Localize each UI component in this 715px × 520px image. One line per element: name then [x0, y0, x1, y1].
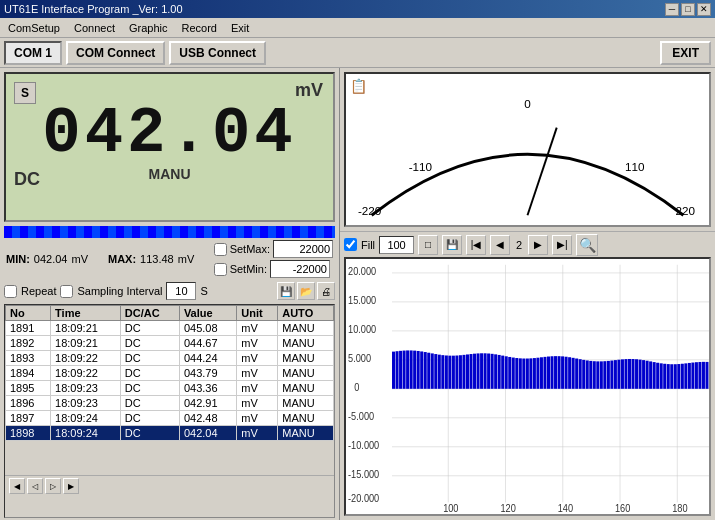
sampling-checkbox[interactable]: [60, 285, 73, 298]
svg-rect-66: [508, 357, 511, 389]
max-label: MAX:: [108, 253, 136, 265]
seconds-label: S: [200, 285, 207, 297]
svg-rect-105: [646, 361, 649, 389]
fill-checkbox[interactable]: [344, 238, 357, 251]
svg-text:-15.000: -15.000: [348, 469, 380, 481]
new-chart-btn[interactable]: □: [418, 235, 438, 255]
maximize-button[interactable]: □: [681, 3, 695, 16]
setmax-input[interactable]: [273, 240, 333, 258]
setmax-checkbox[interactable]: [214, 243, 227, 256]
svg-rect-85: [575, 359, 578, 389]
usb-connect-button[interactable]: USB Connect: [169, 41, 266, 65]
left-panel: S mV DC 042.04 MANU MIN: 042.04 mV MAX: …: [0, 68, 340, 520]
svg-rect-51: [455, 356, 458, 389]
svg-rect-121: [702, 362, 705, 389]
data-table-container: No Time DC/AC Value Unit AUTO 189118:09:…: [4, 304, 335, 518]
svg-rect-64: [501, 356, 504, 389]
unit-label: mV: [295, 80, 323, 101]
save-icon[interactable]: 💾: [277, 282, 295, 300]
svg-text:160: 160: [615, 502, 631, 514]
table-row[interactable]: 189618:09:23DC042.91mVMANU: [6, 396, 334, 411]
setmin-checkbox[interactable]: [214, 263, 227, 276]
page-number: 2: [514, 239, 524, 251]
svg-rect-65: [505, 356, 508, 389]
svg-rect-92: [600, 361, 603, 388]
data-table: No Time DC/AC Value Unit AUTO 189118:09:…: [5, 305, 334, 441]
chart-area: 20.000 15.000 10.000 5.000 0 -5.000 -10.…: [344, 257, 711, 516]
svg-rect-78: [551, 356, 554, 389]
minimize-button[interactable]: ─: [665, 3, 679, 16]
svg-text:-20.000: -20.000: [348, 493, 380, 505]
com-connect-button[interactable]: COM Connect: [66, 41, 165, 65]
fill-value-input[interactable]: [379, 236, 414, 254]
main-area: S mV DC 042.04 MANU MIN: 042.04 mV MAX: …: [0, 68, 715, 520]
svg-rect-57: [477, 353, 480, 388]
menu-exit[interactable]: Exit: [225, 21, 255, 35]
gauge-svg: -220 -110 0 110 220: [346, 74, 709, 225]
svg-text:110: 110: [625, 160, 645, 173]
menu-comsetup[interactable]: ComSetup: [2, 21, 66, 35]
col-dcac: DC/AC: [120, 306, 179, 321]
next-chart-btn[interactable]: ▶: [528, 235, 548, 255]
skip-start-btn[interactable]: |◀: [466, 235, 486, 255]
svg-rect-91: [596, 361, 599, 388]
menu-connect[interactable]: Connect: [68, 21, 121, 35]
svg-rect-118: [691, 363, 694, 389]
col-auto: AUTO: [278, 306, 334, 321]
table-row[interactable]: 189318:09:22DC044.24mVMANU: [6, 351, 334, 366]
menu-record[interactable]: Record: [176, 21, 223, 35]
skip-end-btn[interactable]: ▶|: [552, 235, 572, 255]
table-row[interactable]: 189518:09:23DC043.36mVMANU: [6, 381, 334, 396]
table-scroll[interactable]: No Time DC/AC Value Unit AUTO 189118:09:…: [5, 305, 334, 475]
svg-rect-95: [610, 361, 613, 389]
nav-next[interactable]: ▷: [45, 478, 61, 494]
repeat-checkbox[interactable]: [4, 285, 17, 298]
exit-button[interactable]: EXIT: [660, 41, 711, 65]
svg-rect-113: [674, 364, 677, 389]
svg-rect-119: [695, 362, 698, 389]
svg-rect-37: [406, 350, 409, 388]
svg-rect-54: [466, 354, 469, 388]
svg-rect-62: [494, 354, 497, 388]
menu-graphic[interactable]: Graphic: [123, 21, 174, 35]
nav-row: ◀ ◁ ▷ ▶: [5, 475, 334, 496]
nav-prev[interactable]: ◁: [27, 478, 43, 494]
svg-rect-59: [484, 353, 487, 389]
table-row[interactable]: 189418:09:22DC043.79mVMANU: [6, 366, 334, 381]
nav-first[interactable]: ◀: [9, 478, 25, 494]
table-row[interactable]: 189818:09:24DC042.04mVMANU: [6, 426, 334, 441]
svg-rect-41: [420, 351, 423, 388]
svg-rect-112: [670, 364, 673, 389]
table-row[interactable]: 189218:09:21DC044.67mVMANU: [6, 336, 334, 351]
svg-text:140: 140: [558, 502, 574, 514]
svg-rect-50: [452, 356, 455, 389]
interval-input[interactable]: [166, 282, 196, 300]
save-chart-btn[interactable]: 💾: [442, 235, 462, 255]
nav-last[interactable]: ▶: [63, 478, 79, 494]
mode-indicator: S: [14, 82, 36, 104]
min-value: 042.04: [34, 253, 68, 265]
table-row[interactable]: 189118:09:21DC045.08mVMANU: [6, 321, 334, 336]
gauge-area: 📋 -220 -110 0 110 220: [344, 72, 711, 227]
dc-label: DC: [14, 169, 40, 190]
table-row[interactable]: 189718:09:24DC042.48mVMANU: [6, 411, 334, 426]
svg-line-5: [528, 128, 557, 216]
col-no: No: [6, 306, 51, 321]
folder-icon[interactable]: 📂: [297, 282, 315, 300]
minmax-area: MIN: 042.04 mV MAX: 113.48 mV: [6, 253, 194, 265]
svg-rect-63: [498, 355, 501, 389]
svg-text:-110: -110: [409, 160, 433, 173]
close-button[interactable]: ✕: [697, 3, 711, 16]
svg-rect-84: [572, 358, 575, 389]
min-item: MIN: 042.04 mV: [6, 253, 88, 265]
svg-rect-55: [469, 354, 472, 389]
com1-button[interactable]: COM 1: [4, 41, 62, 65]
prev-chart-btn[interactable]: ◀: [490, 235, 510, 255]
setmin-input[interactable]: [270, 260, 330, 278]
zoom-btn[interactable]: 🔍: [576, 234, 598, 256]
title-text: UT61E Interface Program _Ver: 1.00: [4, 3, 183, 15]
svg-rect-82: [565, 357, 568, 389]
print-icon[interactable]: 🖨: [317, 282, 335, 300]
gauge-icon: 📋: [350, 78, 367, 94]
svg-rect-94: [607, 361, 610, 389]
